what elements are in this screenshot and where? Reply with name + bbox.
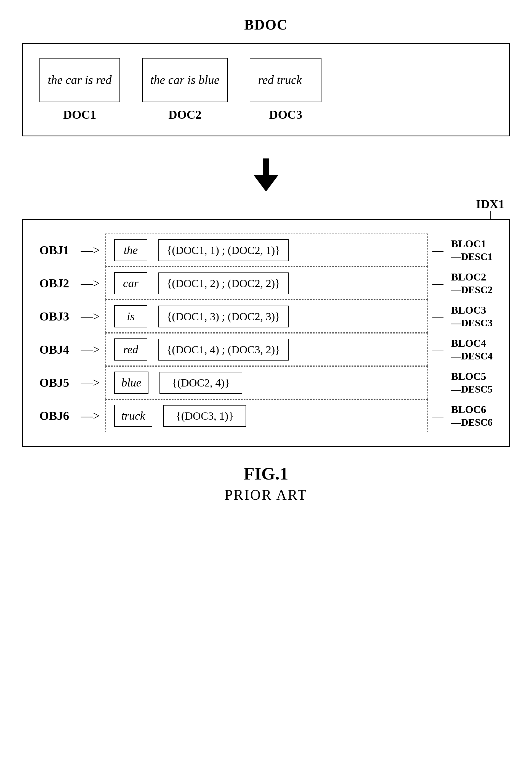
obj-pointer-1: —> <box>81 243 100 257</box>
idx-label-row: IDX1 <box>22 197 510 219</box>
obj-pointer-4: —> <box>81 343 100 357</box>
obj-dashed-box-1: the {(DOC1, 1) ; (DOC2, 1)} <box>106 234 428 267</box>
bloc-label-2: BLOC2 <box>451 271 493 283</box>
doc2-label: DOC2 <box>168 108 201 122</box>
obj-label-2: OBJ2 <box>39 276 75 290</box>
bloc-label-5: BLOC5 <box>451 370 493 382</box>
bloc-pointer-5: — <box>432 376 443 389</box>
bloc-label-6: BLOC6 <box>451 403 493 415</box>
bloc-desc-labels-3: BLOC3 —DESC3 <box>451 304 493 329</box>
word-box-2: car <box>114 272 147 294</box>
bloc-pointer-4: — <box>432 343 443 356</box>
bloc-desc-labels-1: BLOC1 —DESC1 <box>451 238 493 262</box>
bdoc-title: BDOC <box>244 17 288 33</box>
desc-label-5: —DESC5 <box>451 383 493 395</box>
doc2-text-box: the car is blue <box>142 58 228 102</box>
obj-dashed-box-5: blue {(DOC2, 4)} <box>106 366 428 399</box>
doc1-label: DOC1 <box>63 108 96 122</box>
desc-label-3: —DESC3 <box>451 317 493 329</box>
fig-container: FIG.1 PRIOR ART <box>225 463 307 503</box>
desc-label-1: —DESC1 <box>451 251 493 262</box>
set-box-2: {(DOC1, 2) ; (DOC2, 2)} <box>158 272 288 294</box>
bdoc-box: the car is red DOC1 the car is blue DOC2… <box>22 43 510 136</box>
obj-pointer-3: —> <box>81 309 100 323</box>
obj-row-6: OBJ6 —> truck {(DOC3, 1)} — BLOC6 —DESC6 <box>39 399 493 432</box>
desc-label-2: —DESC2 <box>451 284 493 296</box>
obj-row-4: OBJ4 —> red {(DOC1, 4) ; (DOC3, 2)} — BL… <box>39 333 493 366</box>
bloc-pointer-1: — <box>432 244 443 257</box>
set-box-1: {(DOC1, 1) ; (DOC2, 1)} <box>158 239 288 261</box>
doc1-text-box: the car is red <box>39 58 120 102</box>
doc2-item: the car is blue DOC2 <box>142 58 228 122</box>
bloc-desc-labels-6: BLOC6 —DESC6 <box>451 403 493 428</box>
idx-box: OBJ1 —> the {(DOC1, 1) ; (DOC2, 1)} — BL… <box>22 219 510 447</box>
obj-pointer-2: —> <box>81 276 100 290</box>
bloc-desc-labels-2: BLOC2 —DESC2 <box>451 271 493 296</box>
set-box-6: {(DOC3, 1)} <box>163 405 246 427</box>
obj-dashed-box-4: red {(DOC1, 4) ; (DOC3, 2)} <box>106 333 428 366</box>
bloc-desc-labels-4: BLOC4 —DESC4 <box>451 337 493 362</box>
word-box-5: blue <box>114 372 149 394</box>
doc2-text: the car is blue <box>151 71 220 89</box>
word-box-3: is <box>114 305 147 327</box>
obj-row-1: OBJ1 —> the {(DOC1, 1) ; (DOC2, 1)} — BL… <box>39 234 493 267</box>
obj-label-5: OBJ5 <box>39 376 75 390</box>
desc-label-6: —DESC6 <box>451 417 493 428</box>
prior-art-label: PRIOR ART <box>225 487 307 503</box>
doc3-label: DOC3 <box>269 108 302 122</box>
bloc-pointer-2: — <box>432 277 443 290</box>
obj-label-6: OBJ6 <box>39 409 75 423</box>
doc1-item: the car is red DOC1 <box>39 58 120 122</box>
doc1-text: the car is red <box>48 71 112 89</box>
obj-row-5: OBJ5 —> blue {(DOC2, 4)} — BLOC5 —DESC5 <box>39 366 493 399</box>
bdoc-section: BDOC the car is red DOC1 the car is blue… <box>22 17 510 136</box>
obj-label-4: OBJ4 <box>39 343 75 357</box>
bloc-desc-labels-5: BLOC5 —DESC5 <box>451 370 493 395</box>
obj-row-3: OBJ3 —> is {(DOC1, 3) ; (DOC2, 3)} — BLO… <box>39 300 493 333</box>
desc-label-4: —DESC4 <box>451 350 493 362</box>
arrow-shaft <box>263 159 269 175</box>
idx-title: IDX1 <box>476 197 505 211</box>
arrow-head <box>253 175 279 192</box>
doc3-text-box: red truck <box>250 58 322 102</box>
bloc-label-4: BLOC4 <box>451 337 493 349</box>
bloc-pointer-6: — <box>432 409 443 422</box>
obj-row-2: OBJ2 —> car {(DOC1, 2) ; (DOC2, 2)} — BL… <box>39 267 493 300</box>
doc3-text: red truck <box>258 71 302 89</box>
obj-label-3: OBJ3 <box>39 309 75 323</box>
obj-dashed-box-6: truck {(DOC3, 1)} <box>106 399 428 432</box>
word-box-4: red <box>114 338 147 360</box>
bloc-label-3: BLOC3 <box>451 304 493 316</box>
bdoc-title-line <box>266 35 266 43</box>
fig-label: FIG.1 <box>244 463 288 484</box>
obj-label-1: OBJ1 <box>39 243 75 257</box>
obj-dashed-box-3: is {(DOC1, 3) ; (DOC2, 3)} <box>106 300 428 333</box>
idx-title-line <box>490 211 491 219</box>
bloc-pointer-3: — <box>432 310 443 323</box>
set-box-5: {(DOC2, 4)} <box>159 372 242 394</box>
doc3-item: red truck DOC3 <box>250 58 322 122</box>
word-box-1: the <box>114 239 147 261</box>
word-box-6: truck <box>114 405 152 427</box>
set-box-3: {(DOC1, 3) ; (DOC2, 3)} <box>158 306 288 327</box>
obj-dashed-box-2: car {(DOC1, 2) ; (DOC2, 2)} <box>106 267 428 300</box>
set-box-4: {(DOC1, 4) ; (DOC3, 2)} <box>158 339 288 360</box>
obj-rows-container: OBJ1 —> the {(DOC1, 1) ; (DOC2, 1)} — BL… <box>39 234 493 432</box>
bloc-label-1: BLOC1 <box>451 238 493 250</box>
down-arrow-container <box>253 159 279 192</box>
obj-pointer-5: —> <box>81 376 100 390</box>
obj-pointer-6: —> <box>81 409 100 423</box>
